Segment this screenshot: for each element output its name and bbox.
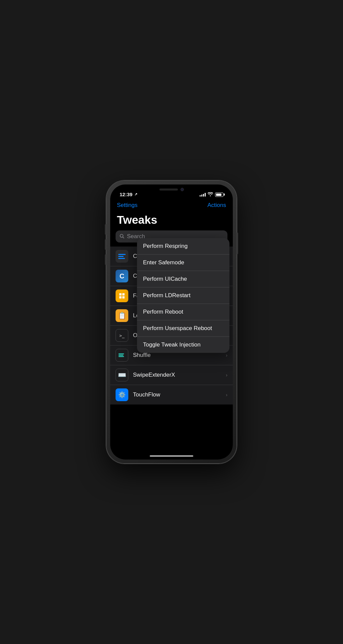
dropdown-item-ldrestart[interactable]: Perform LDRestart [137, 287, 229, 304]
dropdown-item-safemode[interactable]: Enter Safemode [137, 255, 229, 271]
speaker [159, 189, 178, 191]
status-time: 12:39 ↗ [120, 192, 137, 197]
icon-fabric2 [116, 289, 128, 302]
battery-icon [215, 193, 223, 197]
dropdown-item-tweakinjection[interactable]: Toggle Tweak Injection [137, 337, 229, 353]
phone-frame: 12:39 ↗ [106, 180, 237, 464]
actions-dropdown: Perform Respring Enter Safemode Perform … [137, 238, 229, 353]
svg-rect-3 [122, 293, 125, 296]
svg-line-1 [123, 237, 124, 238]
icon-chatui [116, 250, 128, 263]
svg-rect-4 [119, 296, 122, 299]
dropdown-label-respring: Perform Respring [143, 243, 188, 250]
tweak-name-shuffle: Shuffle [133, 352, 221, 359]
tweak-item-touchflow[interactable]: ⚙️ TouchFlow › [110, 385, 233, 405]
tweak-item-swipeextenderx[interactable]: ⌨️ SwipeExtenderX › [110, 365, 233, 385]
signal-bars [200, 193, 206, 197]
icon-local: 📋 [116, 309, 128, 322]
wifi-icon [208, 192, 213, 197]
chevron-swipeextenderx: › [226, 372, 227, 378]
dropdown-label-uicache: Perform UICache [143, 276, 187, 282]
dropdown-item-reboot[interactable]: Perform Reboot [137, 304, 229, 320]
icon-touchflow: ⚙️ [116, 388, 128, 401]
icon-shuffle [116, 349, 128, 362]
chevron-shuffle: › [226, 353, 227, 358]
dropdown-item-respring[interactable]: Perform Respring [137, 238, 229, 255]
status-icons [200, 192, 223, 197]
dropdown-label-ldrestart: Perform LDRestart [143, 292, 191, 299]
icon-copylog: C [116, 270, 128, 282]
nav-actions-button[interactable]: Actions [207, 202, 226, 209]
page-title: Tweaks [110, 212, 233, 230]
dropdown-label-reboot: Perform Reboot [143, 309, 183, 315]
tweak-name-touchflow: TouchFlow [133, 391, 221, 398]
icon-swipeextenderx: ⌨️ [116, 369, 128, 381]
svg-rect-2 [119, 293, 122, 296]
chevron-touchflow: › [226, 392, 227, 397]
notch [145, 184, 198, 195]
tweak-name-swipeextenderx: SwipeExtenderX [133, 372, 221, 378]
dropdown-label-tweakinjection: Toggle Tweak Injection [143, 341, 201, 348]
location-icon: ↗ [134, 192, 137, 197]
dropdown-item-uicache[interactable]: Perform UICache [137, 271, 229, 287]
dropdown-item-userspacereboot[interactable]: Perform Userspace Reboot [137, 320, 229, 337]
dropdown-label-safemode: Enter Safemode [143, 259, 184, 266]
nav-bar: Settings Actions [110, 199, 233, 212]
dropdown-label-userspacereboot: Perform Userspace Reboot [143, 325, 212, 332]
nav-settings-link[interactable]: Settings [117, 202, 137, 209]
camera [181, 188, 184, 191]
search-icon [120, 234, 124, 239]
home-indicator [150, 455, 193, 457]
phone-screen: 12:39 ↗ [110, 184, 233, 460]
icon-openssh: >_ [116, 329, 128, 342]
svg-rect-5 [122, 296, 125, 299]
